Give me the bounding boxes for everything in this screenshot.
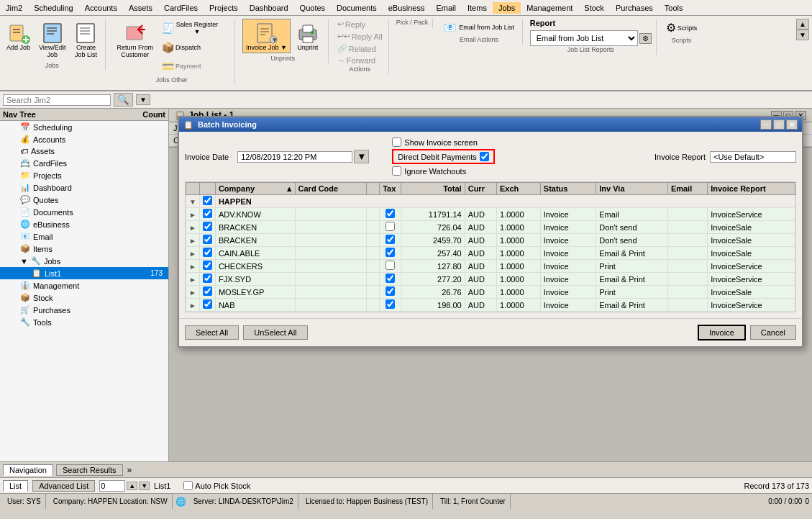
menu-projects[interactable]: Projects (204, 2, 244, 14)
sidebar-item-projects[interactable]: 📁Projects (0, 169, 168, 181)
menu-items[interactable]: Items (462, 2, 493, 14)
menu-jim2[interactable]: Jim2 (0, 2, 28, 14)
menu-stock[interactable]: Stock (578, 2, 610, 14)
direct-debit-checkbox[interactable] (480, 152, 489, 161)
cancel-button[interactable]: Cancel (750, 325, 796, 340)
invoice-job-button[interactable]: ▼ Invoice Job ▼ (242, 19, 291, 53)
sidebar-item-purchases[interactable]: 🛒Purchases (0, 304, 168, 316)
row-checkbox[interactable] (203, 209, 212, 218)
show-invoice-screen-checkbox[interactable] (392, 137, 401, 147)
row-checkbox[interactable] (203, 248, 212, 257)
sidebar-item-items[interactable]: 📦Items (0, 243, 168, 255)
row-checkbox[interactable] (203, 299, 212, 309)
count-input[interactable] (99, 480, 125, 492)
ignore-watchouts-checkbox[interactable] (392, 166, 401, 176)
group-checkbox[interactable] (203, 196, 212, 205)
tax-checkbox[interactable] (386, 286, 395, 296)
count-up[interactable]: ▲ (127, 482, 137, 490)
invoice-report-input[interactable] (710, 151, 796, 163)
scripts-button[interactable]: ⚙ Scripts (662, 19, 701, 37)
count-down[interactable]: ▼ (139, 482, 150, 490)
dialog-maximize[interactable]: □ (773, 119, 785, 130)
search-button[interactable]: 🔍 (114, 93, 133, 107)
tax-checkbox[interactable] (386, 235, 395, 244)
expand-row-button[interactable]: ► (189, 211, 196, 219)
tax-checkbox[interactable] (386, 248, 395, 257)
expand-row-button[interactable]: ► (189, 276, 196, 284)
menu-tools[interactable]: Tools (659, 2, 689, 14)
sidebar-item-list1[interactable]: 📋List1173 (0, 267, 168, 279)
add-job-button[interactable]: Add Job (3, 19, 34, 60)
sidebar-item-documents[interactable]: 📄Documents (0, 206, 168, 218)
return-from-customer-button[interactable]: Return FromCustomer (113, 19, 157, 75)
report-select[interactable]: Email from Job List (530, 30, 638, 46)
payment-button[interactable]: 💳 Payment (158, 58, 230, 75)
tax-checkbox[interactable] (386, 299, 395, 309)
row-checkbox[interactable] (203, 286, 212, 296)
th-invoicereport[interactable]: Invoice Report (708, 183, 795, 195)
expand-tabs-button[interactable]: » (127, 465, 132, 475)
menu-accounts[interactable]: Accounts (79, 2, 123, 14)
invoice-date-dropdown[interactable]: ▼ (354, 150, 369, 163)
sidebar-item-assets[interactable]: 🏷Assets (0, 145, 168, 157)
dialog-close[interactable]: ✕ (786, 119, 798, 130)
search-input[interactable] (3, 94, 111, 106)
expand-row-button[interactable]: ► (189, 289, 196, 297)
row-checkbox[interactable] (203, 261, 212, 270)
forward-button[interactable]: → Forward (334, 55, 386, 66)
menu-documents[interactable]: Documents (331, 2, 383, 14)
sidebar-item-management[interactable]: 👔Management (0, 279, 168, 292)
th-total[interactable]: Total (401, 183, 465, 195)
search-results-tab[interactable]: Search Results (56, 464, 123, 476)
select-all-button[interactable]: Select All (185, 325, 239, 340)
sidebar-item-scheduling[interactable]: 📅Scheduling (0, 121, 168, 133)
create-job-list-button[interactable]: CreateJob List (70, 19, 101, 60)
sidebar-item-jobs[interactable]: ▼🔧Jobs (0, 255, 168, 267)
menu-email[interactable]: Email (430, 2, 462, 14)
th-curr[interactable]: Curr (465, 183, 496, 195)
search-options-button[interactable]: ▼ (136, 94, 150, 105)
menu-assets[interactable]: Assets (123, 2, 158, 14)
list-tab[interactable]: List (3, 480, 28, 492)
menu-purchases[interactable]: Purchases (610, 2, 659, 14)
menu-jobs[interactable]: Jobs (493, 2, 521, 14)
menu-ebusiness[interactable]: eBusiness (383, 2, 431, 14)
sidebar-item-ebusiness[interactable]: 🌐eBusiness (0, 218, 168, 230)
menu-cardfiles[interactable]: CardFiles (158, 2, 204, 14)
th-company[interactable]: Company ▲ (215, 183, 295, 195)
th-exch[interactable]: Exch (496, 183, 540, 195)
unprint-button[interactable]: Unprint (292, 19, 324, 53)
tax-checkbox[interactable] (386, 274, 395, 283)
menu-quotes[interactable]: Quotes (294, 2, 331, 14)
navigation-tab[interactable]: Navigation (3, 464, 53, 476)
th-invvia[interactable]: Inv Via (596, 183, 668, 195)
toolbar-scroll-down[interactable]: ▼ (796, 30, 809, 40)
dispatch-button[interactable]: 📦 Dispatch (158, 39, 230, 56)
auto-pick-stock-checkbox[interactable] (183, 481, 193, 490)
th-email[interactable]: Email (667, 183, 707, 195)
sidebar-item-stock[interactable]: 📦Stock (0, 292, 168, 304)
invoice-date-input[interactable] (237, 151, 352, 163)
menu-dashboard[interactable]: Dashboard (244, 2, 294, 14)
unselect-all-button[interactable]: UnSelect All (243, 325, 307, 340)
th-tax[interactable]: Tax (380, 183, 401, 195)
expand-row-button[interactable]: ► (189, 263, 196, 271)
expand-row-button[interactable]: ► (189, 250, 196, 258)
row-checkbox[interactable] (203, 222, 212, 231)
sidebar-item-cardfiles[interactable]: 📇CardFiles (0, 157, 168, 169)
tax-checkbox[interactable] (386, 222, 395, 231)
expand-row-button[interactable]: ► (189, 302, 196, 310)
th-cardcode[interactable]: Card Code (295, 183, 367, 195)
view-edit-job-button[interactable]: View/EditJob (35, 19, 69, 60)
report-preview-button[interactable]: ⚙ (639, 33, 652, 44)
expand-group-button[interactable]: ▼ (189, 198, 196, 206)
toolbar-scroll-up[interactable]: ▲ (796, 19, 809, 30)
dialog-minimize[interactable]: ─ (760, 119, 772, 130)
sidebar-item-accounts[interactable]: 💰Accounts (0, 133, 168, 145)
reply-all-button[interactable]: ↩↩ Reply All (334, 31, 386, 42)
reply-button[interactable]: ↩ Reply (334, 19, 386, 30)
expand-row-button[interactable]: ► (189, 224, 196, 232)
row-checkbox[interactable] (203, 235, 212, 244)
expand-row-button[interactable]: ► (189, 237, 196, 245)
menu-scheduling[interactable]: Scheduling (28, 2, 78, 14)
